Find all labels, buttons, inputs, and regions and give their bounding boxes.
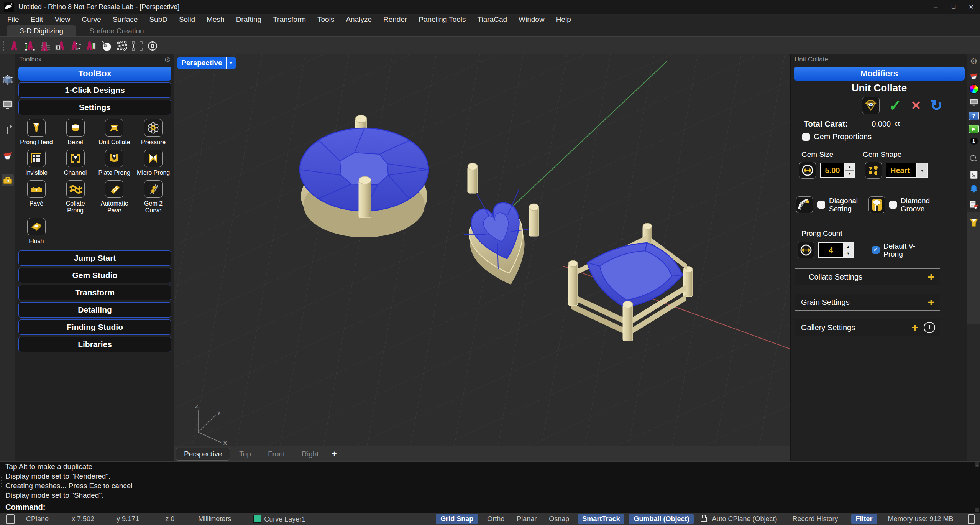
help-icon[interactable]: ? bbox=[969, 110, 979, 121]
gem-studio-button[interactable]: Gem Studio bbox=[18, 268, 171, 283]
notification-count-badge[interactable]: 1 bbox=[969, 136, 979, 146]
vptab-right[interactable]: Right bbox=[294, 448, 326, 460]
auto-cplane-toggle[interactable]: Auto CPlane (Object) bbox=[712, 515, 777, 523]
digitizer-pause-icon[interactable] bbox=[53, 38, 68, 54]
grid-snap-toggle[interactable]: Grid Snap bbox=[436, 514, 478, 524]
apply-check-button[interactable]: ✓ bbox=[889, 98, 902, 113]
menu-mesh[interactable]: Mesh bbox=[201, 14, 230, 25]
toolbox-header[interactable]: ToolBox bbox=[18, 67, 171, 81]
gem-object-cushion[interactable] bbox=[568, 223, 693, 341]
ortho-toggle[interactable]: Ortho bbox=[483, 514, 509, 524]
transform-button[interactable]: Transform bbox=[18, 285, 171, 300]
tool-micro-prong[interactable]: Micro Prong bbox=[134, 150, 173, 176]
viewport-canvas[interactable]: Perspective ▼ z y x bbox=[174, 54, 790, 446]
gallery-settings-expander[interactable]: Gallery Settings + i bbox=[795, 319, 940, 336]
status-layer[interactable]: Curve Layer1 bbox=[253, 515, 305, 523]
tab-3d-digitizing[interactable]: 3-D Digitizing bbox=[7, 25, 76, 36]
gallery-settings-plus-icon[interactable]: + bbox=[911, 322, 918, 333]
command-drag-handle[interactable] bbox=[1, 477, 2, 487]
digitizer-calibrate-icon[interactable] bbox=[22, 38, 38, 54]
menu-view[interactable]: View bbox=[49, 14, 76, 25]
pin-icon[interactable] bbox=[2, 123, 14, 136]
tool-bezel[interactable]: Bezel bbox=[56, 119, 95, 146]
prong-count-spinner[interactable]: 4 ▲▼ bbox=[818, 242, 854, 258]
tool-gem-2-curve[interactable]: Gem 2 Curve bbox=[134, 180, 173, 214]
object-cube-icon[interactable] bbox=[2, 74, 14, 86]
vptab-perspective[interactable]: Perspective bbox=[176, 448, 230, 461]
vptab-front[interactable]: Front bbox=[260, 448, 292, 460]
menu-edit[interactable]: Edit bbox=[25, 14, 49, 25]
display-tab-icon[interactable] bbox=[969, 97, 979, 107]
menu-paneling-tools[interactable]: Paneling Tools bbox=[413, 14, 471, 25]
gem-size-down-button[interactable]: ▼ bbox=[845, 171, 854, 178]
menu-tools[interactable]: Tools bbox=[312, 14, 340, 25]
jump-start-button[interactable]: Jump Start bbox=[18, 250, 171, 266]
menu-help[interactable]: Help bbox=[550, 14, 577, 25]
gem-object-heart[interactable] bbox=[464, 163, 539, 293]
default-vprong-checkbox[interactable] bbox=[872, 246, 880, 254]
diagonal-setting-checkbox[interactable] bbox=[817, 201, 825, 209]
settings-button[interactable]: Settings bbox=[18, 100, 171, 115]
one-click-designs-button[interactable]: 1-Click Designs bbox=[18, 82, 171, 98]
gem-size-spinner[interactable]: 5.00 ▲▼ bbox=[820, 163, 855, 178]
status-panel-icon[interactable] bbox=[968, 514, 975, 524]
tool-pressure[interactable]: Pressure bbox=[134, 119, 173, 146]
command-history-area[interactable]: Tap Alt to make a duplicate Display mode… bbox=[0, 461, 980, 513]
menu-transform[interactable]: Transform bbox=[267, 14, 312, 25]
color-wheel-icon[interactable] bbox=[969, 84, 979, 94]
tool-pave[interactable]: Pavé bbox=[17, 180, 56, 214]
gem-object-round[interactable] bbox=[300, 115, 428, 237]
layer-color-swatch[interactable] bbox=[253, 515, 261, 523]
gallery-settings-info-icon[interactable]: i bbox=[924, 322, 935, 333]
digitizer-plane-icon[interactable] bbox=[84, 38, 99, 54]
vptab-top[interactable]: Top bbox=[231, 448, 259, 460]
toolbar-drag-handle[interactable] bbox=[1, 41, 6, 51]
toolbox-gear-icon[interactable]: ⚙ bbox=[164, 55, 171, 64]
finding-studio-button[interactable]: Finding Studio bbox=[18, 319, 171, 335]
viewport-perspective[interactable]: Perspective ▼ z y x Perspective Top Fron… bbox=[174, 54, 790, 461]
tool-flush[interactable]: Flush bbox=[17, 218, 56, 245]
tiaracad-prong-tab-icon[interactable] bbox=[969, 217, 979, 227]
curve-tool-icon[interactable] bbox=[969, 153, 979, 163]
detailing-button[interactable]: Detailing bbox=[18, 302, 171, 318]
libraries-button[interactable]: Libraries bbox=[18, 337, 171, 352]
scroll-down-button[interactable]: ▼ bbox=[975, 508, 979, 512]
gem-shape-dropdown-arrow[interactable]: ▼ bbox=[916, 163, 927, 177]
grain-settings-expander[interactable]: Grain Settings + bbox=[795, 294, 940, 311]
collate-settings-plus-icon[interactable]: + bbox=[927, 271, 934, 283]
osnap-toggle[interactable]: Osnap bbox=[544, 514, 574, 524]
refresh-button[interactable]: ↻ bbox=[930, 97, 942, 114]
status-units[interactable]: Millimeters bbox=[198, 515, 231, 523]
sphere-probe-icon[interactable] bbox=[99, 38, 114, 54]
menu-subd[interactable]: SubD bbox=[143, 14, 173, 25]
gem-proportions-checkbox[interactable] bbox=[802, 133, 810, 141]
tool-invisible[interactable]: Invisible bbox=[17, 150, 56, 176]
tool-unit-collate[interactable]: Unit Collate bbox=[95, 119, 134, 146]
scroll-up-button[interactable]: ▲ bbox=[975, 462, 979, 467]
minimize-button[interactable]: – bbox=[927, 0, 945, 14]
diamond-groove-checkbox[interactable] bbox=[889, 201, 897, 209]
viewport-dropdown-arrow[interactable]: ▼ bbox=[226, 57, 236, 69]
notes-icon[interactable] bbox=[969, 199, 979, 210]
gem-preview-button[interactable] bbox=[862, 97, 880, 114]
digitizer-arm-icon[interactable] bbox=[7, 38, 22, 54]
planar-toggle[interactable]: Planar bbox=[512, 514, 541, 524]
maximize-button[interactable]: □ bbox=[945, 0, 962, 14]
record-history-toggle[interactable]: Record History bbox=[793, 515, 838, 523]
smarttrack-toggle[interactable]: SmartTrack bbox=[578, 514, 624, 524]
gem-slice-icon[interactable] bbox=[2, 149, 14, 161]
command-scrollbar[interactable]: ▲ ▼ bbox=[975, 462, 979, 512]
menu-solid[interactable]: Solid bbox=[173, 14, 201, 25]
menu-drafting[interactable]: Drafting bbox=[230, 14, 268, 25]
bounding-rect-icon[interactable] bbox=[130, 38, 145, 54]
add-viewport-button[interactable]: + bbox=[327, 449, 342, 459]
gem-size-up-button[interactable]: ▲ bbox=[845, 163, 854, 171]
target-icon[interactable] bbox=[145, 38, 160, 54]
menu-tiaracad[interactable]: TiaraCad bbox=[472, 14, 513, 25]
menu-surface[interactable]: Surface bbox=[107, 14, 143, 25]
collate-settings-expander[interactable]: Collate Settings + bbox=[795, 268, 940, 285]
toolbox-icon[interactable] bbox=[2, 174, 14, 186]
prong-count-down-button[interactable]: ▼ bbox=[844, 250, 853, 257]
play-icon[interactable]: ▶ bbox=[969, 123, 979, 134]
viewport-title-dropdown[interactable]: Perspective ▼ bbox=[177, 57, 236, 69]
